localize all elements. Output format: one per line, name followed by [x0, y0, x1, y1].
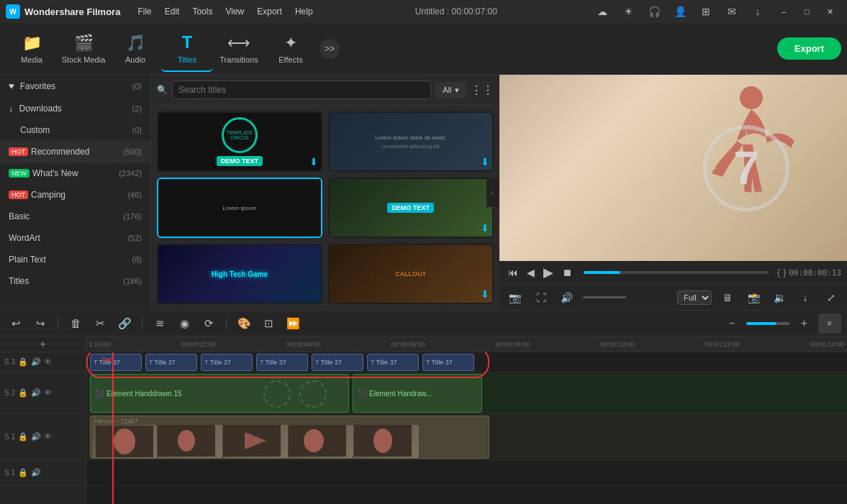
menu-export[interactable]: Export: [251, 5, 288, 18]
close-button[interactable]: ✕: [818, 0, 841, 23]
add-track-button[interactable]: +: [40, 338, 46, 351]
toolbar-media[interactable]: 📁 Media: [6, 26, 58, 72]
zoom-out-button[interactable]: －: [722, 313, 742, 334]
timeline-mode-toggle[interactable]: ≡: [818, 313, 841, 334]
track0-audio-icon[interactable]: 🔊: [31, 468, 41, 477]
window-title: Untitled : 00:00:07:00: [319, 6, 594, 17]
stop-button[interactable]: ⏹: [559, 265, 575, 280]
element-clip-2[interactable]: ⬛ Element Handraw...: [353, 374, 482, 413]
toolbar-stock-media[interactable]: 🎬 Stock Media: [58, 26, 109, 72]
speed-button[interactable]: ⏩: [283, 313, 303, 334]
title-card-callout5[interactable]: TEMPLATECIRCLE DEMO TEXT ⬇ Callout 5: [157, 111, 322, 172]
track1-audio-icon[interactable]: 🔊: [31, 432, 41, 441]
zoom-in-button[interactable]: ＋: [794, 313, 814, 334]
volume-slider[interactable]: [583, 296, 626, 298]
delete-button[interactable]: 🗑: [65, 313, 86, 334]
rewind-button[interactable]: ⏮: [505, 265, 521, 280]
menu-view[interactable]: View: [219, 5, 250, 18]
track0-lock-icon[interactable]: 🔒: [18, 468, 28, 477]
color-correct-button[interactable]: 🎨: [234, 313, 254, 334]
grid-view-button[interactable]: ⋮⋮: [471, 83, 494, 97]
sidebar-item-wordart[interactable]: WordArt (52): [0, 227, 150, 249]
minimize-button[interactable]: –: [772, 0, 795, 23]
title-clip-5[interactable]: T Title 37: [312, 354, 363, 371]
playhead[interactable]: [112, 352, 114, 504]
back-frame-button[interactable]: ◀: [524, 265, 538, 280]
sidebar-item-recommended[interactable]: HOT Recommended (500): [0, 141, 150, 162]
snapshot-button[interactable]: 📷: [505, 288, 525, 308]
track3-eye-icon[interactable]: 👁: [44, 357, 52, 367]
cloud-icon[interactable]: ☁: [594, 3, 611, 20]
stabilize-button[interactable]: ⟳: [199, 313, 219, 334]
timeline-zoom-slider[interactable]: [746, 322, 789, 325]
audio-ctrl-button[interactable]: 🔉: [769, 288, 789, 308]
title-clip-2[interactable]: T Title 37: [145, 354, 197, 371]
sidebar-item-basic[interactable]: Basic (176): [0, 206, 150, 227]
zoom-select[interactable]: Full: [677, 290, 712, 305]
layout-icon[interactable]: ⊞: [697, 3, 715, 20]
element-clip-1[interactable]: ⬛ Element Handdrawn 15: [90, 374, 349, 413]
play-button[interactable]: ▶: [540, 263, 556, 282]
screenshot-button[interactable]: 📸: [743, 288, 764, 308]
menu-tools[interactable]: Tools: [186, 5, 218, 18]
toolbar-more-button[interactable]: >>: [320, 39, 340, 59]
undo-button[interactable]: ↩: [6, 313, 26, 334]
panel-collapse-button[interactable]: ‹: [486, 178, 499, 207]
sidebar-item-camping[interactable]: HOT Camping (46): [0, 184, 150, 206]
sidebar-item-custom[interactable]: Custom (0): [0, 119, 150, 141]
track3-lock-icon[interactable]: 🔒: [18, 357, 28, 367]
progress-track[interactable]: [584, 271, 769, 274]
volume-button[interactable]: 🔊: [557, 288, 577, 308]
track3-audio-icon[interactable]: 🔊: [31, 357, 41, 367]
sidebar-item-whats-new[interactable]: NEW What's New (2342): [0, 162, 150, 184]
menu-help[interactable]: Help: [289, 5, 319, 18]
callout6-label: Callout 6: [330, 237, 492, 238]
menu-file[interactable]: File: [132, 5, 157, 18]
title-card-card5[interactable]: High Tech Game Title 38: [157, 244, 322, 304]
download-preview-button[interactable]: ↓: [795, 288, 815, 308]
search-input[interactable]: [172, 81, 431, 99]
timeline-scroll[interactable]: 1:00:00 00:00:02:00 00:00:04:00 00:00:06…: [86, 336, 847, 504]
title-clip-3[interactable]: T Title 37: [201, 354, 253, 371]
download-icon[interactable]: ↓: [749, 3, 766, 20]
title-card-title37[interactable]: Lorem Ipsum Title 37: [157, 178, 322, 238]
link-button[interactable]: 🔗: [114, 313, 135, 334]
maximize-button[interactable]: □: [795, 0, 818, 23]
track2-lock-icon[interactable]: 🔒: [18, 388, 28, 398]
toolbar-audio[interactable]: 🎵 Audio: [109, 26, 161, 72]
title-clip-1[interactable]: T Title 37: [90, 354, 142, 371]
title-card-subtitle5[interactable]: Lorem ipsum dolor sit amet, consectetur …: [328, 111, 494, 172]
pip-button[interactable]: 🖥: [717, 288, 738, 308]
account-icon[interactable]: 👤: [671, 3, 689, 20]
toolbar-titles[interactable]: T Titles: [161, 26, 213, 72]
headphone-icon[interactable]: 🎧: [646, 3, 663, 20]
filter-button[interactable]: All ▾: [435, 82, 466, 98]
track1-eye-icon[interactable]: 👁: [44, 432, 52, 441]
title-clip-6[interactable]: T Title 37: [367, 354, 419, 371]
title-card-card6[interactable]: CALLOUT ⬇ Callout 7: [328, 244, 494, 304]
track2-eye-icon[interactable]: 👁: [44, 388, 52, 398]
title-card-callout6[interactable]: DEMO TEXT ⬇ Callout 6: [328, 178, 494, 238]
redo-button[interactable]: ↪: [30, 313, 50, 334]
toolbar-effects[interactable]: ✦ Effects: [265, 26, 317, 72]
sidebar-item-downloads[interactable]: ↓ Downloads (2): [0, 97, 150, 119]
detach-audio-button[interactable]: ◉: [174, 313, 194, 334]
track1-lock-icon[interactable]: 🔒: [18, 432, 28, 441]
sidebar-item-plain-text[interactable]: Plain Text (8): [0, 249, 150, 270]
fullscreen-button[interactable]: ⛶: [531, 288, 551, 308]
menu-edit[interactable]: Edit: [159, 5, 186, 18]
title-clip-7[interactable]: T Title 37: [422, 354, 474, 371]
sidebar-item-favorites[interactable]: ♥ Favorites (0): [0, 75, 150, 97]
export-button[interactable]: Export: [777, 37, 841, 60]
cut-button[interactable]: ✂: [90, 313, 110, 334]
audio-mix-button[interactable]: ≋: [150, 313, 170, 334]
video-clip-1[interactable]: Fitness - 72467: [90, 416, 489, 459]
mail-icon[interactable]: ✉: [723, 3, 740, 20]
toolbar-transitions[interactable]: ⟷ Transitions: [213, 26, 265, 72]
track2-audio-icon[interactable]: 🔊: [31, 388, 41, 398]
sidebar-item-titles[interactable]: Titles (186): [0, 270, 150, 292]
expand-button[interactable]: ⤢: [821, 288, 841, 308]
crop-button[interactable]: ⊡: [258, 313, 278, 334]
sun-icon[interactable]: ☀: [620, 3, 637, 20]
title-clip-4[interactable]: T Title 37: [256, 354, 308, 371]
